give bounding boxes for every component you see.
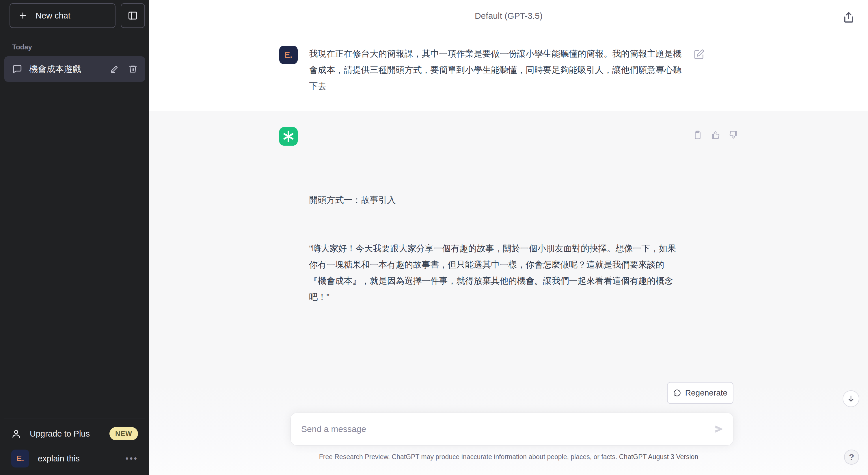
sidebar-divider: [4, 418, 145, 418]
conversation: E. 我現在正在修台大的簡報課，其中一項作業是要做一份讓小學生能聽懂的簡報。我的…: [149, 32, 868, 475]
new-chat-label: New chat: [35, 11, 70, 21]
regenerate-label: Regenerate: [685, 388, 727, 397]
upgrade-label: Upgrade to Plus: [30, 429, 101, 439]
message-input[interactable]: [291, 413, 733, 445]
send-button[interactable]: [712, 422, 726, 436]
person-icon: [11, 429, 21, 439]
rename-chat-button[interactable]: [108, 63, 120, 75]
help-button[interactable]: ?: [844, 450, 859, 465]
footer-version-link[interactable]: ChatGPT August 3 Version: [619, 453, 698, 461]
new-chat-button[interactable]: New chat: [9, 3, 116, 28]
collapse-sidebar-icon: [128, 10, 138, 21]
regenerate-button[interactable]: Regenerate: [667, 382, 734, 404]
share-button[interactable]: [840, 8, 858, 26]
user-avatar: E.: [11, 450, 29, 468]
section-body: "大家好！今天我們要玩一個超級有趣的遊戲！你有沒有想過，做出一個決定的同時，其實…: [309, 465, 681, 475]
delete-chat-button[interactable]: [127, 63, 138, 75]
collapse-sidebar-button[interactable]: [121, 3, 145, 28]
chat-bubble-icon: [12, 64, 22, 74]
message-section: 開頭方式一：故事引入 "嗨大家好！今天我要跟大家分享一個有趣的故事，關於一個小朋…: [309, 159, 681, 337]
thumbs-down-icon: [728, 130, 738, 140]
upgrade-to-plus-button[interactable]: Upgrade to Plus NEW: [4, 421, 145, 446]
question-mark-icon: ?: [849, 452, 854, 462]
user-message-text: 我現在正在修台大的簡報課，其中一項作業是要做一份讓小學生能聽懂的簡報。我的簡報主…: [309, 46, 682, 94]
section-heading: 開頭方式一：故事引入: [309, 192, 681, 208]
edit-message-icon: [693, 49, 705, 60]
user-message-row: E. 我現在正在修台大的簡報課，其中一項作業是要做一份讓小學生能聽懂的簡報。我的…: [149, 32, 868, 112]
new-badge: NEW: [110, 427, 138, 440]
sidebar-item-chat[interactable]: 機會成本遊戲: [4, 56, 145, 82]
thumbs-up-button[interactable]: [711, 130, 720, 140]
thumbs-down-button[interactable]: [728, 130, 738, 140]
top-bar: Default (GPT-3.5): [149, 0, 868, 32]
thumbs-up-icon: [711, 130, 720, 140]
section-body: "嗨大家好！今天我要跟大家分享一個有趣的故事，關於一個小朋友面對的抉擇。想像一下…: [309, 240, 681, 305]
message-composer: [290, 413, 734, 446]
scroll-to-bottom-button[interactable]: [843, 390, 859, 407]
trash-icon: [128, 64, 137, 74]
edit-message-button[interactable]: [693, 49, 705, 60]
footer: Free Research Preview. ChatGPT may produ…: [149, 453, 868, 461]
share-icon: [842, 10, 855, 24]
user-message-avatar: E.: [279, 46, 298, 64]
chat-title: 機會成本遊戲: [29, 63, 102, 75]
copy-icon: [693, 130, 703, 140]
edit-pencil-icon: [110, 64, 119, 74]
footer-disclaimer: Free Research Preview. ChatGPT may produ…: [319, 453, 619, 461]
openai-logo-icon: [282, 130, 294, 143]
user-name: explain this: [38, 454, 117, 464]
chatgpt-avatar: [279, 127, 298, 146]
more-options-icon[interactable]: •••: [125, 454, 138, 464]
user-profile-button[interactable]: E. explain this •••: [4, 446, 145, 471]
history-group-label: Today: [12, 43, 149, 51]
copy-button[interactable]: [693, 130, 703, 140]
model-title: Default (GPT-3.5): [475, 11, 542, 21]
regenerate-icon: [673, 389, 681, 397]
plus-icon: [18, 11, 27, 20]
send-icon: [714, 424, 724, 434]
sidebar: New chat Today 機會成本遊戲: [0, 0, 149, 475]
scroll-down-icon: [847, 394, 855, 403]
main-area: E. 我現在正在修台大的簡報課，其中一項作業是要做一份讓小學生能聽懂的簡報。我的…: [149, 0, 868, 475]
